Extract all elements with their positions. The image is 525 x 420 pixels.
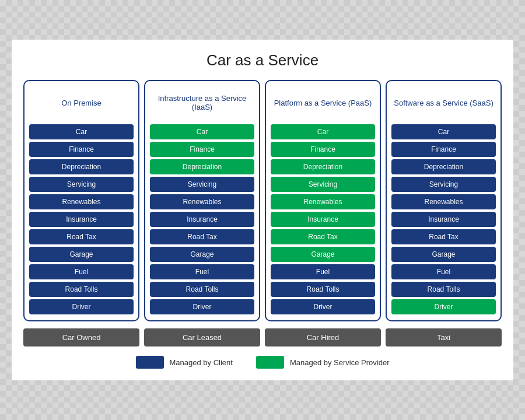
item-btn-on-premise-0: Car — [29, 124, 134, 139]
item-btn-paas-6: Road Tax — [271, 229, 375, 244]
item-btn-on-premise-8: Fuel — [29, 264, 134, 279]
legend-provider: Managed by Service Provider — [256, 356, 390, 369]
item-btn-paas-10: Driver — [271, 299, 375, 314]
item-btn-on-premise-3: Servicing — [29, 177, 134, 192]
legend-client-label: Managed by Client — [170, 358, 233, 367]
item-btn-saas-1: Finance — [391, 142, 496, 157]
legend-client-box — [136, 356, 164, 369]
item-btn-on-premise-10: Driver — [29, 299, 134, 314]
item-btn-on-premise-2: Depreciation — [29, 159, 134, 174]
main-container: Car as a Service On PremiseCarFinanceDep… — [12, 40, 513, 380]
item-btn-iaas-3: Servicing — [150, 177, 254, 192]
item-btn-iaas-6: Road Tax — [150, 229, 254, 244]
item-btn-iaas-1: Finance — [150, 142, 254, 157]
footer-bars: Car OwnedCar LeasedCar HiredTaxi — [23, 328, 502, 346]
footer-label-iaas: Car Leased — [144, 328, 260, 346]
item-btn-saas-9: Road Tolls — [391, 282, 496, 297]
column-paas: Platform as a Service (PaaS)CarFinanceDe… — [265, 80, 381, 321]
column-iaas: Infrastructure as a Service (IaaS)CarFin… — [144, 80, 260, 321]
column-saas: Software as a Service (SaaS)CarFinanceDe… — [386, 80, 502, 321]
item-btn-on-premise-5: Insurance — [29, 212, 134, 227]
item-btn-iaas-2: Depreciation — [150, 159, 254, 174]
item-btn-saas-2: Depreciation — [391, 159, 496, 174]
items-list-iaas: CarFinanceDepreciationServicingRenewable… — [150, 124, 254, 314]
legend-provider-box — [256, 356, 284, 369]
item-btn-paas-2: Depreciation — [271, 159, 375, 174]
item-btn-paas-0: Car — [271, 124, 375, 139]
item-btn-paas-8: Fuel — [271, 264, 375, 279]
col-title-on-premise: On Premise — [61, 87, 102, 118]
item-btn-iaas-8: Fuel — [150, 264, 254, 279]
item-btn-on-premise-4: Renewables — [29, 194, 134, 209]
item-btn-iaas-0: Car — [150, 124, 254, 139]
item-btn-saas-10: Driver — [391, 299, 496, 314]
item-btn-on-premise-1: Finance — [29, 142, 134, 157]
item-btn-iaas-4: Renewables — [150, 194, 254, 209]
legend: Managed by Client Managed by Service Pro… — [23, 356, 502, 369]
page-title: Car as a Service — [23, 51, 502, 69]
col-title-saas: Software as a Service (SaaS) — [394, 87, 494, 118]
col-title-paas: Platform as a Service (PaaS) — [274, 87, 372, 118]
footer-label-saas: Taxi — [386, 328, 502, 346]
item-btn-paas-7: Garage — [271, 247, 375, 262]
footer-label-paas: Car Hired — [265, 328, 381, 346]
item-btn-saas-4: Renewables — [391, 194, 496, 209]
item-btn-paas-3: Servicing — [271, 177, 375, 192]
item-btn-saas-0: Car — [391, 124, 496, 139]
item-btn-on-premise-9: Road Tolls — [29, 282, 134, 297]
item-btn-saas-6: Road Tax — [391, 229, 496, 244]
item-btn-saas-8: Fuel — [391, 264, 496, 279]
legend-provider-label: Managed by Service Provider — [290, 358, 390, 367]
item-btn-iaas-7: Garage — [150, 247, 254, 262]
item-btn-paas-5: Insurance — [271, 212, 375, 227]
item-btn-saas-5: Insurance — [391, 212, 496, 227]
col-title-iaas: Infrastructure as a Service (IaaS) — [150, 87, 254, 118]
item-btn-saas-7: Garage — [391, 247, 496, 262]
items-list-on-premise: CarFinanceDepreciationServicingRenewable… — [29, 124, 134, 314]
item-btn-iaas-9: Road Tolls — [150, 282, 254, 297]
item-btn-paas-1: Finance — [271, 142, 375, 157]
item-btn-saas-3: Servicing — [391, 177, 496, 192]
item-btn-iaas-10: Driver — [150, 299, 254, 314]
items-list-paas: CarFinanceDepreciationServicingRenewable… — [271, 124, 375, 314]
item-btn-paas-9: Road Tolls — [271, 282, 375, 297]
items-list-saas: CarFinanceDepreciationServicingRenewable… — [391, 124, 496, 314]
column-on-premise: On PremiseCarFinanceDepreciationServicin… — [23, 80, 139, 321]
columns-wrapper: On PremiseCarFinanceDepreciationServicin… — [23, 80, 502, 321]
item-btn-on-premise-6: Road Tax — [29, 229, 134, 244]
item-btn-on-premise-7: Garage — [29, 247, 134, 262]
item-btn-iaas-5: Insurance — [150, 212, 254, 227]
item-btn-paas-4: Renewables — [271, 194, 375, 209]
footer-label-on-premise: Car Owned — [23, 328, 139, 346]
legend-client: Managed by Client — [136, 356, 233, 369]
